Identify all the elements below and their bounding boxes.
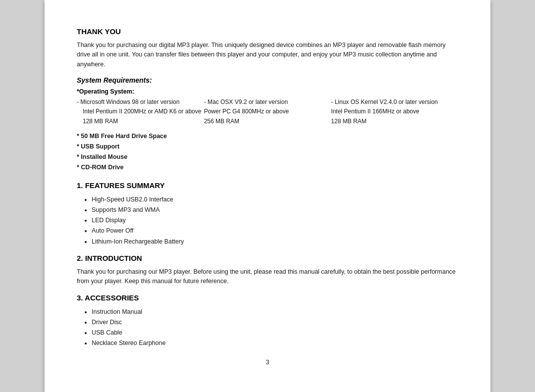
req-cdrom: * CD-ROM Drive — [77, 162, 458, 173]
accessory-item-0: Instruction Manual — [92, 307, 458, 317]
features-section: 1. FEATURES SUMMARY High-Speed USB2.0 In… — [77, 181, 458, 247]
thank-you-paragraph: Thank you for purchasing our digital MP3… — [77, 41, 458, 69]
os-col-linux: - Linux OS Kernel V2.4.0 or later versio… — [331, 98, 458, 126]
features-list: High-Speed USB2.0 Interface Supports MP3… — [92, 195, 458, 247]
req-usb: * USB Support — [77, 142, 458, 152]
introduction-paragraph: Thank you for purchasing our MP3 player.… — [77, 267, 458, 287]
feature-item-1: Supports MP3 and WMA — [92, 205, 458, 215]
page-number: 3 — [77, 359, 458, 366]
feature-item-3: Auto Power Off — [92, 226, 458, 236]
accessory-item-2: USB Cable — [92, 328, 458, 338]
feature-item-0: High-Speed USB2.0 Interface — [92, 195, 458, 205]
document-page: THANK YOU Thank you for purchasing our d… — [45, 0, 490, 392]
req-hdd: * 50 MB Free Hard Drive Space — [77, 131, 458, 142]
features-title: 1. FEATURES SUMMARY — [77, 181, 458, 190]
os-col-windows: - Microsoft Windows 98 or later version … — [77, 98, 204, 126]
thank-you-section: THANK YOU Thank you for purchasing our d… — [77, 27, 458, 69]
thank-you-title: THANK YOU — [77, 27, 458, 36]
os-grid: - Microsoft Windows 98 or later version … — [77, 98, 458, 126]
req-mouse: * Installed Mouse — [77, 152, 458, 162]
feature-item-4: Lithium-Ion Rechargeable Battery — [92, 237, 458, 247]
accessories-section: 3. ACCESSORIES Instruction Manual Driver… — [77, 294, 458, 349]
feature-item-2: LED Display — [92, 215, 458, 226]
accessory-item-3: Necklace Stereo Earphone — [92, 338, 458, 348]
os-col-mac: - Mac OSX V9.2 or later version Power PC… — [204, 98, 331, 126]
introduction-title: 2. INTRODUCTION — [77, 254, 458, 262]
operating-system-label: *Operating System: — [77, 88, 458, 95]
accessories-list: Instruction Manual Driver Disc USB Cable… — [92, 307, 458, 349]
system-requirements-section: System Requirements: *Operating System: … — [77, 76, 458, 173]
system-requirements-title: System Requirements: — [77, 76, 458, 84]
extra-requirements: * 50 MB Free Hard Drive Space * USB Supp… — [77, 131, 458, 173]
accessory-item-1: Driver Disc — [92, 317, 458, 328]
accessories-title: 3. ACCESSORIES — [77, 294, 458, 302]
introduction-section: 2. INTRODUCTION Thank you for purchasing… — [77, 254, 458, 287]
